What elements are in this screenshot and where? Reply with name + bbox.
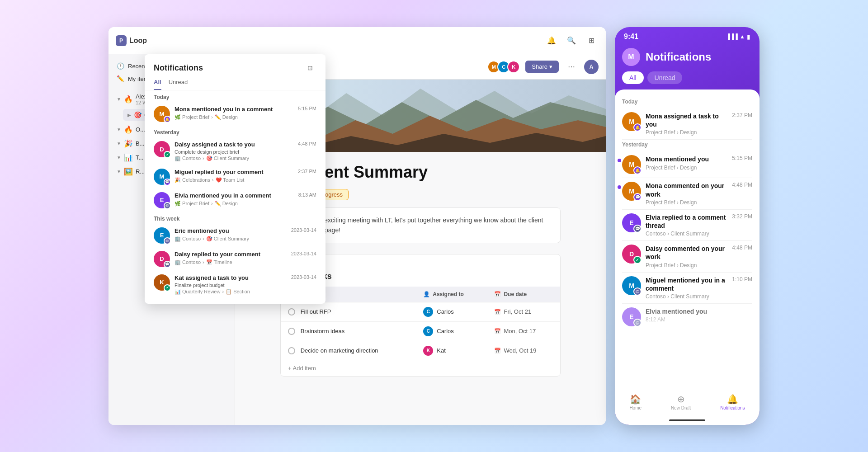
notif-avatar-eric: E @ xyxy=(154,227,170,244)
kat-bc1: 📊 Quarterly Review xyxy=(175,289,220,295)
due-2-cell: 📅 Mon, Oct 17 xyxy=(487,321,560,341)
mobile-tabs: All Unread xyxy=(615,71,760,89)
mobile-avatar-miguel: M @ xyxy=(622,276,641,295)
mobile-badge-elvia: 💬 xyxy=(633,225,642,233)
home-indicator xyxy=(615,418,760,425)
mobile-tab-all[interactable]: All xyxy=(622,71,644,84)
mobile-badge-mona-comm: 💬 xyxy=(633,193,642,201)
notif-breadcrumb-miguel: 🎉 Celebrations › ❤️ Team List xyxy=(175,177,293,183)
notif-content-kat: Kat assigned a task to you Finalize proj… xyxy=(175,274,287,295)
notif-item[interactable]: E @ Elvia mentioned you in a comment 🌿 P… xyxy=(150,188,320,212)
mobile-notif-content-mona-comm: Mona commented on your work Project Brie… xyxy=(646,182,727,205)
notif-item[interactable]: D 💬 Daisy replied to your comment 🏢 Cont… xyxy=(150,247,320,271)
assignee-3-cell: K Kat xyxy=(416,341,487,360)
workspace-emoji: 🔥 xyxy=(124,95,133,104)
notif-tab-unread[interactable]: Unread xyxy=(169,78,188,89)
o-emoji: 🔥 xyxy=(124,125,133,134)
mobile-notif-item[interactable]: M @ Miguel mentioned you in a comment Co… xyxy=(622,273,752,304)
more-options-icon[interactable]: ⋯ xyxy=(564,60,579,74)
calendar-3-icon: 📅 xyxy=(494,348,501,354)
mobile-tab-unread[interactable]: Unread xyxy=(647,71,683,84)
mobile-notif-name-mona-today: Mona assigned a task to you xyxy=(646,112,727,128)
bell-icon[interactable]: 🔔 xyxy=(544,33,559,48)
assignee-2-avatar: C xyxy=(423,326,433,336)
notif-settings-icon[interactable]: ⊡ xyxy=(304,61,316,74)
mobile-notif-item[interactable]: M 💬 Mona commented on your work Project … xyxy=(622,178,752,209)
mobile-content: Today M 🔔 Mona assigned a task to you Pr… xyxy=(615,89,760,388)
task-3-checkbox[interactable] xyxy=(288,347,295,354)
notif-item[interactable]: D ✓ Daisy assigned a task to you Complet… xyxy=(150,137,320,165)
mobile-user-avatar[interactable]: M xyxy=(622,48,640,66)
mobile-notif-name-elvia2: Elvia mentioned you xyxy=(646,307,752,315)
notif-header: Notifications ⊡ xyxy=(145,54,326,78)
notif-item[interactable]: K ✓ Kat assigned a task to you Finalize … xyxy=(150,271,320,298)
add-item-button[interactable]: + Add item xyxy=(281,360,560,376)
collapse-b-icon: ▼ xyxy=(117,141,121,146)
due-1-cell: 📅 Fri, Oct 21 xyxy=(487,302,560,321)
notif-content-mona-today: Mona mentioned you in a comment 🌿 Projec… xyxy=(175,106,293,120)
mobile-notif-time-daisy: 4:48 PM xyxy=(732,245,752,251)
notif-tabs-bar: All Unread xyxy=(145,78,326,90)
mobile-notif-time-mona-ment: 5:15 PM xyxy=(732,155,752,161)
mobile-notif-item[interactable]: M 🔔 Mona mentioned you Project Brief › D… xyxy=(622,151,752,178)
notif-breadcrumb-kat: 📊 Quarterly Review › 📋 Section xyxy=(175,289,287,295)
notifications-nav-label: Notifications xyxy=(720,405,745,410)
t-label: T... xyxy=(136,154,143,161)
nav-new-draft[interactable]: ⊕ New Draft xyxy=(665,392,696,412)
task-1-cell: Fill out RFP xyxy=(281,302,416,321)
home-bar xyxy=(669,419,705,421)
mobile-notif-time-mona-comm: 4:48 PM xyxy=(732,182,752,188)
mobile-notif-sub-elvia: Contoso › Client Summary xyxy=(646,231,727,237)
nav-home[interactable]: 🏠 Home xyxy=(624,392,647,412)
grid-icon[interactable]: ⊞ xyxy=(584,33,599,48)
due-3-cell: 📅 Wed, Oct 19 xyxy=(487,341,560,360)
new-draft-nav-icon: ⊕ xyxy=(677,394,685,405)
mobile-notif-item[interactable]: E 💬 Elvia replied to a comment thread Co… xyxy=(622,210,752,241)
notif-text-daisy-week: Daisy replied to your comment xyxy=(175,251,287,259)
avatar-stack: M C K xyxy=(487,61,520,73)
mobile-notif-sub-daisy: Project Brief › Design xyxy=(646,262,727,268)
col-due: 📅 Due date xyxy=(487,287,560,302)
home-nav-label: Home xyxy=(629,405,642,410)
mobile-notif-item[interactable]: E @ Elvia mentioned you 8:12 AM xyxy=(622,304,752,330)
table-row: Brainstorm ideas C Carlos xyxy=(281,321,560,341)
notif-tab-all-wrapper: All xyxy=(154,78,161,90)
search-icon[interactable]: 🔍 xyxy=(564,33,579,48)
notif-body: Today M 🔔 Mona mentioned you in a commen… xyxy=(145,90,326,304)
notif-content-daisy: Daisy assigned a task to you Complete de… xyxy=(175,141,293,161)
notif-breadcrumb-eric: 🏢 Contoso › 🎯 Client Summary xyxy=(175,236,287,242)
home-nav-icon: 🏠 xyxy=(630,394,641,405)
avatar-3: K xyxy=(507,61,520,73)
mobile-status-bar: 9:41 ▐▐▐ ▲ ▮ xyxy=(615,27,760,44)
collapse-t-icon: ▼ xyxy=(117,155,121,160)
notif-item[interactable]: M 💬 Miguel replied to your comment 🎉 Cel… xyxy=(150,165,320,188)
notif-time-kat: 2023-03-14 xyxy=(291,274,316,280)
assignee-3-avatar: K xyxy=(423,346,433,356)
mobile-notif-item[interactable]: D ✓ Daisy commented on your work Project… xyxy=(622,241,752,272)
new-draft-nav-label: New Draft xyxy=(671,405,691,410)
signal-icon: ▐▐▐ xyxy=(726,33,738,40)
notif-text-kat: Kat assigned a task to you xyxy=(175,274,287,282)
mobile-panel: 9:41 ▐▐▐ ▲ ▮ M Notifications All Unread … xyxy=(615,27,760,425)
nav-notifications[interactable]: 🔔 Notifications xyxy=(715,392,750,412)
share-button[interactable]: Share ▾ xyxy=(525,61,559,73)
notif-tab-all[interactable]: All xyxy=(154,78,161,89)
assignee-1-avatar: C xyxy=(423,307,433,317)
task-1-checkbox[interactable] xyxy=(288,308,295,315)
user-profile-icon[interactable]: A xyxy=(584,60,599,74)
notif-item[interactable]: M 🔔 Mona mentioned you in a comment 🌿 Pr… xyxy=(150,102,320,126)
mobile-notif-sub-mona-ment: Project Brief › Design xyxy=(646,165,727,171)
b-emoji: 🎉 xyxy=(124,139,133,148)
mobile-notif-item[interactable]: M 🔔 Mona assigned a task to you Project … xyxy=(622,108,752,140)
task-2-checkbox[interactable] xyxy=(288,328,295,335)
due-2-text: Mon, Oct 17 xyxy=(504,328,536,334)
notif-time-mona-today: 5:15 PM xyxy=(298,106,316,111)
task-2-cell: Brainstorm ideas xyxy=(281,321,416,341)
notif-time-daisy: 4:48 PM xyxy=(298,141,316,146)
daisy-week-bc2: 📅 Timeline xyxy=(206,259,232,265)
notif-avatar-mona-today: M 🔔 xyxy=(154,106,170,122)
notif-badge-check: ✓ xyxy=(164,151,171,158)
notif-breadcrumb-daisy: 🏢 Contoso › 🎯 Client Summary xyxy=(175,155,293,161)
col-assignee: 👤 Assigned to xyxy=(416,287,487,302)
notif-item[interactable]: E @ Eric mentioned you 🏢 Contoso › 🎯 Cli… xyxy=(150,224,320,247)
